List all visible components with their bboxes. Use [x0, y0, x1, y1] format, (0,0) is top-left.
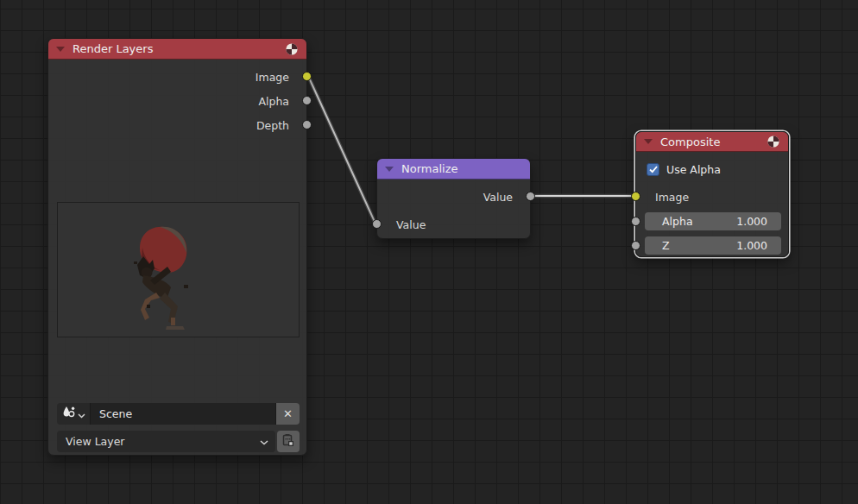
socket-alpha-output[interactable]: [302, 96, 312, 105]
output-row-depth: Depth: [48, 113, 306, 137]
alpha-field-value: 1.000: [736, 215, 767, 228]
socket-value-input[interactable]: [372, 219, 382, 229]
output-row-alpha: Alpha: [48, 89, 306, 113]
output-row-value: Value: [377, 185, 530, 209]
z-value-field[interactable]: Z 1.000: [645, 236, 781, 255]
z-field-label: Z: [662, 239, 736, 252]
collapse-triangle-icon[interactable]: [56, 47, 65, 52]
material-sphere-icon: [767, 135, 780, 148]
node-title: Render Layers: [73, 42, 277, 55]
use-alpha-label: Use Alpha: [666, 163, 721, 176]
scene-icon: [62, 406, 76, 422]
output-row-image: Image: [48, 65, 306, 89]
render-preview-image: [57, 202, 300, 337]
normalize-header[interactable]: Normalize: [377, 159, 530, 180]
output-label-alpha: Alpha: [258, 95, 289, 108]
chevron-down-icon: [260, 435, 268, 448]
socket-image-input[interactable]: [631, 192, 640, 201]
alpha-value-field[interactable]: Alpha 1.000: [645, 212, 781, 230]
close-icon: ✕: [283, 407, 293, 420]
scene-clear-button[interactable]: ✕: [275, 403, 300, 425]
node-render-layers[interactable]: Render Layers Image Alpha Depth: [47, 38, 307, 456]
chevron-down-icon: [78, 406, 85, 422]
view-layer-selector: View Layer: [57, 431, 300, 452]
collapse-triangle-icon[interactable]: [644, 139, 653, 144]
node-title: Normalize: [401, 162, 522, 175]
use-alpha-setting: Use Alpha: [647, 159, 721, 180]
input-label-value: Value: [396, 218, 426, 231]
view-layer-dropdown[interactable]: View Layer: [57, 431, 275, 452]
input-label-image: Image: [655, 191, 689, 204]
socket-value-output[interactable]: [526, 192, 535, 201]
socket-depth-output[interactable]: [302, 120, 312, 129]
alpha-field-label: Alpha: [662, 215, 736, 228]
material-sphere-icon: [285, 42, 299, 56]
input-row-image: Image: [636, 185, 788, 209]
z-field-value: 1.000: [736, 239, 767, 252]
output-label-value: Value: [483, 191, 513, 204]
output-label-depth: Depth: [256, 119, 289, 132]
socket-image-output[interactable]: [302, 72, 312, 81]
view-layer-value: View Layer: [66, 435, 260, 448]
scene-selector: Scene ✕: [57, 403, 300, 425]
view-layer-image-button[interactable]: [277, 431, 300, 452]
socket-z-input[interactable]: [631, 241, 640, 250]
link-image-to-normalize: [308, 76, 375, 224]
use-alpha-checkbox[interactable]: [647, 163, 659, 176]
node-composite[interactable]: Composite Use Alpha Image Alpha 1.000 Z …: [635, 131, 789, 257]
render-layer-icon: [281, 433, 295, 450]
node-normalize[interactable]: Normalize Value Value: [376, 158, 531, 239]
collapse-triangle-icon[interactable]: [385, 167, 394, 172]
input-row-value: Value: [377, 212, 530, 236]
scene-browse-button[interactable]: [57, 403, 91, 425]
scene-name-field[interactable]: Scene: [91, 403, 275, 425]
socket-alpha-input[interactable]: [631, 217, 640, 226]
render-layers-header[interactable]: Render Layers: [48, 39, 306, 60]
node-title: Composite: [660, 135, 759, 148]
scene-name: Scene: [99, 407, 132, 420]
composite-header[interactable]: Composite: [636, 132, 788, 152]
output-label-image: Image: [256, 71, 289, 84]
